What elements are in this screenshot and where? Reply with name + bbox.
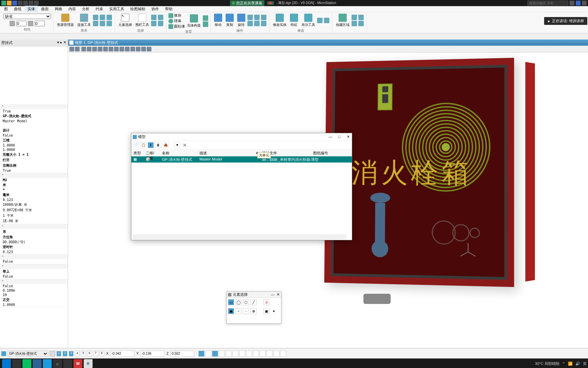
sel-method-block-icon[interactable]: ◯	[235, 299, 242, 305]
menu-curves[interactable]: 曲线	[11, 6, 24, 12]
active-model-select[interactable]: GP-消火栓-壁挂式	[7, 351, 48, 357]
pan-view-icon[interactable]	[109, 47, 113, 51]
create-region-button[interactable]: 创建区域	[334, 13, 351, 28]
snap-lock-icon[interactable]	[198, 351, 205, 357]
share-screen-badge[interactable]: 您正在共享屏幕	[230, 0, 264, 6]
section-toggle[interactable]	[0, 255, 68, 259]
view-7-button[interactable]: 7	[93, 351, 98, 356]
taskbar-wechat-icon[interactable]	[22, 359, 31, 368]
bell-icon[interactable]	[576, 1, 581, 5]
sel-mode-new-icon[interactable]: ▣	[228, 308, 234, 314]
taskbar-app1-icon[interactable]	[33, 359, 42, 368]
copy-view-icon[interactable]	[125, 47, 130, 51]
sel-disable-icon[interactable]: ⊘	[263, 299, 270, 305]
sel-icon-1[interactable]	[151, 15, 157, 20]
level-display-icon[interactable]	[93, 21, 98, 26]
view-8-button[interactable]: 8	[99, 351, 104, 356]
snap-keypoint-icon[interactable]	[205, 351, 211, 357]
refs-icon[interactable]	[100, 15, 105, 20]
rotate-view-icon[interactable]	[103, 47, 108, 51]
view-3-button[interactable]: 3	[69, 351, 74, 356]
sel-method-shape-icon[interactable]: ⬡	[243, 299, 249, 305]
snap-origin-icon[interactable]	[232, 351, 239, 357]
menu-solids[interactable]: 实体	[25, 6, 38, 12]
menu-drawing-aids[interactable]: 绘图辅助	[128, 6, 148, 12]
clip-mask-icon[interactable]	[136, 47, 141, 51]
es-min-button[interactable]: —	[271, 292, 275, 296]
models-dialog[interactable]: 模型 — □ ✕ 📄 📋 ℹ 🗑 📥 ▼ ✕ 类型 二维/三维 名称 描述 ◈ …	[131, 133, 352, 240]
qat-open-icon[interactable]	[7, 1, 12, 5]
view-1-button[interactable]: 1	[56, 351, 61, 356]
snap-parallel-icon[interactable]	[266, 351, 273, 357]
sphere-button[interactable]: 球体	[168, 18, 185, 24]
x-coord-input[interactable]	[111, 351, 134, 357]
view-toggle-1-icon[interactable]	[141, 47, 146, 51]
snap-point-on-icon[interactable]	[273, 351, 279, 357]
col-type[interactable]: 类型	[131, 150, 144, 156]
menu-content[interactable]: 内容	[66, 6, 79, 12]
qat-more-icon[interactable]	[34, 1, 39, 5]
snap-nearest-icon[interactable]	[212, 351, 218, 357]
section-toggle[interactable]	[0, 264, 68, 269]
sel-mode-add-icon[interactable]: +	[235, 308, 242, 314]
view-previous-icon[interactable]	[114, 47, 119, 51]
sel-mode-invert-icon[interactable]: ⊕	[250, 308, 257, 314]
menu-drawing[interactable]: 图	[1, 6, 11, 12]
modify-solid-button[interactable]: 修改实体	[272, 13, 288, 28]
sel-mode-subtract-icon[interactable]: −	[243, 308, 249, 314]
keyin-icon[interactable]	[107, 21, 112, 26]
search-icon[interactable]	[570, 1, 574, 5]
taskbar-app3-icon[interactable]	[63, 359, 72, 368]
taskbar-search-icon[interactable]	[12, 359, 21, 368]
minimize-button[interactable]: —	[328, 135, 333, 139]
ribbon-search-input[interactable]	[527, 1, 568, 5]
y-coord-input[interactable]	[141, 351, 164, 357]
zoom-out-icon[interactable]	[92, 47, 97, 51]
menu-analyze[interactable]: 分析	[79, 6, 92, 12]
maximize-button[interactable]: □	[337, 135, 342, 139]
tray-network-icon[interactable]: 📶	[568, 362, 573, 366]
element-selection-button[interactable]: ↖元素选择	[117, 13, 133, 28]
taskbar-start-icon[interactable]	[2, 359, 11, 368]
view-5-button[interactable]: 5	[81, 351, 86, 356]
lineweight-input[interactable]	[16, 21, 27, 26]
slab-button[interactable]: 体块	[168, 13, 185, 18]
section-toggle[interactable]	[0, 173, 68, 178]
snap-midpoint-icon[interactable]	[219, 351, 225, 357]
view-attributes-icon[interactable]	[69, 47, 74, 51]
snap-bisector-icon[interactable]	[239, 351, 245, 357]
view-4-button[interactable]: 4	[75, 351, 80, 356]
attach-tools-button[interactable]: 连接工具	[76, 13, 92, 28]
filter-icon[interactable]: ▼	[174, 142, 180, 148]
menu-collaborate[interactable]: 协作	[149, 6, 162, 12]
models-icon[interactable]	[93, 15, 98, 20]
snap-center-icon[interactable]	[226, 351, 232, 357]
snap-intersection-icon[interactable]	[246, 351, 252, 357]
edit-model-icon[interactable]: ℹ	[148, 142, 154, 148]
close-button[interactable]: ✕	[346, 135, 350, 139]
sel-method-individual-icon[interactable]: ▭	[228, 299, 234, 305]
reg-icon-1[interactable]	[352, 15, 357, 20]
col-2d3d[interactable]: 二维/三维	[144, 150, 160, 156]
sel-all-icon[interactable]: ▣	[263, 308, 270, 314]
sel-icon-3[interactable]	[151, 21, 157, 26]
z-coord-input[interactable]	[170, 351, 194, 357]
place-icon-1[interactable]	[203, 15, 208, 21]
view-next-icon[interactable]	[119, 47, 124, 51]
col-sheet[interactable]: 图纸编号	[311, 150, 352, 156]
man-icon-1[interactable]	[247, 15, 253, 20]
view-groups-icon[interactable]	[50, 351, 55, 356]
col-name[interactable]: 名称	[160, 150, 197, 156]
man-icon-2[interactable]	[254, 15, 260, 20]
layer-select[interactable]: 缺省	[3, 14, 51, 19]
import-model-icon[interactable]: 📥	[163, 142, 169, 148]
col-desc[interactable]: 描述	[197, 150, 254, 156]
menu-constraints[interactable]: 约束	[93, 6, 106, 12]
element-selection-window[interactable]: 元素选择 — ✕ ▭ ◯ ⬡ ╱ ⊘ ▣ + − ⊕ ▣ ▾	[226, 291, 281, 324]
zoom-icon[interactable]	[81, 47, 86, 51]
new-model-icon[interactable]: 📄	[133, 142, 139, 148]
zoom-in-icon[interactable]	[87, 47, 92, 51]
man-icon-5[interactable]	[254, 21, 260, 26]
panel-header[interactable]: 壁挂式 ▾ ▸ ✕	[0, 40, 68, 46]
weather-widget[interactable]: 30°C 局部晴朗	[535, 361, 559, 366]
